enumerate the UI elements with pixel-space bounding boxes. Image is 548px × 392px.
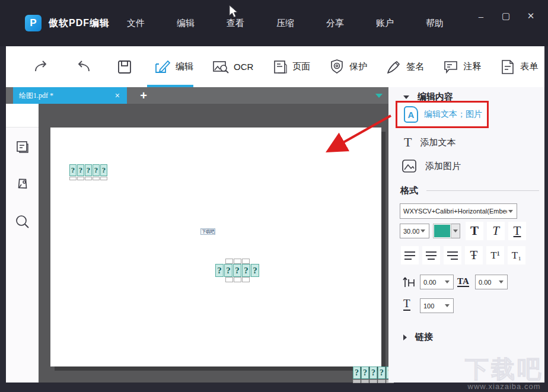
add-text-button[interactable]: T 添加文本 <box>404 133 455 151</box>
strikethrough-icon: Ŧ <box>470 248 478 263</box>
expand-triangle-icon <box>403 334 407 340</box>
add-image-button[interactable]: 添加图片 <box>402 157 461 175</box>
tab-close-icon[interactable]: × <box>114 91 121 100</box>
mode-tabs: 编辑 OCR 页面 保护 签名 <box>152 56 539 78</box>
font-color-picker[interactable] <box>433 224 460 238</box>
missing-glyph-box: ? <box>215 264 224 277</box>
toolbar: 编辑 OCR 页面 保护 签名 <box>6 46 544 87</box>
link-header-label: 链接 <box>415 332 433 343</box>
kerning-icon: TA <box>457 276 469 286</box>
site-watermark-url: www.xiazaiba.com <box>465 382 543 391</box>
minimize-button[interactable]: – <box>473 8 489 24</box>
bookmark-panel-button[interactable] <box>14 176 31 193</box>
mini-watermark-text: 下载吧 <box>200 228 215 235</box>
kerning-select[interactable]: 0.00 <box>475 275 508 289</box>
menu-compress[interactable]: 压缩 <box>275 15 295 31</box>
right-panel: 编辑内容 A 编辑文本；图片 T 添加文本 添加图片 格式 WXYSCV+Cal… <box>388 87 544 383</box>
align-left-icon <box>404 251 415 260</box>
missing-glyph-box: ? <box>100 164 107 176</box>
document-tab-label: 绘图1.pdf * <box>19 91 114 101</box>
add-text-label: 添加文本 <box>420 137 455 148</box>
chevron-down-icon <box>445 281 450 283</box>
align-right-button[interactable] <box>444 246 461 264</box>
mode-ocr[interactable]: OCR <box>211 57 254 77</box>
document-canvas[interactable]: ? ? ? ? ? 下载吧 ? ? ? ? ? <box>39 104 388 383</box>
align-center-button[interactable] <box>422 246 440 264</box>
menu-account[interactable]: 账户 <box>375 15 395 31</box>
horizontal-scale-select[interactable]: 100 <box>420 298 454 313</box>
color-dropdown-button[interactable] <box>451 224 460 238</box>
menu-edit[interactable]: 编辑 <box>176 15 196 31</box>
save-icon <box>116 59 133 75</box>
missing-glyph-box: ? <box>69 164 77 176</box>
underline-button[interactable]: T <box>508 222 526 240</box>
bold-button[interactable]: T <box>466 222 483 240</box>
mode-edit[interactable]: 编辑 <box>152 56 195 78</box>
menu-share[interactable]: 分享 <box>325 15 345 31</box>
maximize-button[interactable]: ▢ <box>498 8 514 24</box>
font-size-value: 30.00 <box>400 228 419 235</box>
left-sidebar <box>6 104 39 383</box>
mode-sign[interactable]: 签名 <box>384 56 425 78</box>
text-element-top-left[interactable]: ? ? ? ? ? <box>69 164 107 180</box>
missing-glyph-box: ? <box>369 366 377 379</box>
redo-button[interactable] <box>33 58 50 76</box>
pages-icon <box>272 59 288 75</box>
save-button[interactable] <box>116 58 133 76</box>
ocr-icon <box>212 59 230 75</box>
tab-list-dropdown-icon[interactable] <box>375 94 383 98</box>
mode-form[interactable]: 表单 <box>498 56 539 78</box>
signature-pen-icon <box>385 59 402 75</box>
mode-comment-label: 注释 <box>463 61 481 72</box>
pdf-page[interactable]: ? ? ? ? ? 下载吧 ? ? ? ? ? <box>50 128 381 366</box>
mode-protect[interactable]: 保护 <box>327 56 368 78</box>
missing-glyph-box: ? <box>77 164 84 176</box>
history-tools <box>33 58 133 76</box>
document-tabbar: 绘图1.pdf * × + <box>6 87 388 104</box>
chevron-down-icon <box>445 304 450 307</box>
underline-icon: T <box>514 224 521 238</box>
subscript-button[interactable]: T₁ <box>508 246 525 264</box>
thumbnail-panel-button[interactable] <box>14 138 31 156</box>
char-spacing-select[interactable]: 0.00 <box>420 275 454 289</box>
document-tab[interactable]: 绘图1.pdf * × <box>13 87 127 104</box>
missing-glyph-box: ? <box>378 366 385 379</box>
shield-icon <box>329 59 345 75</box>
search-panel-button[interactable] <box>14 213 31 231</box>
horizontal-scale-value: 100 <box>420 302 444 310</box>
mode-comment[interactable]: 注释 <box>441 56 482 78</box>
chevron-down-icon <box>508 210 513 213</box>
format-header-label: 格式 <box>400 185 418 196</box>
color-swatch <box>434 224 451 238</box>
menu-view[interactable]: 查看 <box>225 15 246 31</box>
subscript-icon: T₁ <box>512 250 521 262</box>
font-size-select[interactable]: 30.00 <box>400 224 429 238</box>
missing-glyph-box: ? <box>361 366 369 379</box>
undo-button[interactable] <box>74 58 92 76</box>
mode-pages[interactable]: 页面 <box>270 56 311 78</box>
collapse-triangle-icon <box>403 95 409 99</box>
align-left-button[interactable] <box>401 246 419 264</box>
text-element-center-selected[interactable]: ? ? ? ? ? <box>214 259 260 282</box>
strikethrough-button[interactable]: Ŧ <box>465 246 483 264</box>
link-section-header[interactable]: 链接 <box>403 332 433 343</box>
italic-button[interactable]: T <box>487 222 505 240</box>
text-element-bottom-right[interactable]: ? ? ? ? ? <box>353 366 394 383</box>
menu-help[interactable]: 帮助 <box>425 15 445 31</box>
bold-icon: T <box>470 224 479 238</box>
chevron-down-icon <box>420 230 425 232</box>
search-icon <box>14 213 31 230</box>
superscript-button[interactable]: T¹ <box>486 246 504 264</box>
new-tab-button[interactable]: + <box>136 88 151 103</box>
tag-icon <box>14 176 31 193</box>
menu-file[interactable]: 文件 <box>126 15 146 31</box>
mode-edit-label: 编辑 <box>176 61 193 72</box>
sidebar-top-block <box>6 104 39 128</box>
comment-bubble-icon <box>442 59 459 75</box>
close-button[interactable]: ✕ <box>523 8 539 24</box>
app-logo-icon: P <box>25 15 42 31</box>
edit-text-image-button-highlighted[interactable]: A 编辑文本；图片 <box>396 101 489 128</box>
edit-pencil-icon <box>154 59 171 75</box>
redo-icon <box>33 59 50 75</box>
font-family-select[interactable]: WXYSCV+Calibri+Horizontal(Embedd <box>400 203 517 219</box>
